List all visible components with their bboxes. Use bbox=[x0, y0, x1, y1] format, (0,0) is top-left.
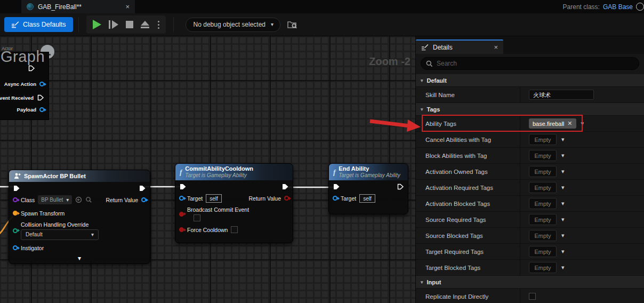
chevron-down-icon[interactable]: ▾ bbox=[561, 152, 565, 159]
parent-class-link[interactable]: GAB Base bbox=[603, 3, 633, 11]
property-value: Empty▾ bbox=[520, 212, 644, 227]
exec-out-pin[interactable] bbox=[281, 183, 289, 190]
tag-container-button[interactable]: Empty bbox=[529, 182, 557, 193]
tag-container-button[interactable]: Empty bbox=[529, 166, 557, 177]
node-header[interactable]: SpawnActor BP Bullet bbox=[9, 170, 150, 182]
asset-tab-title: GAB_FireBall** bbox=[38, 3, 121, 11]
section-header-default[interactable]: ▾Default bbox=[416, 74, 644, 87]
tag-container-button[interactable]: Empty bbox=[529, 230, 557, 241]
target-pin[interactable] bbox=[179, 196, 184, 201]
pin-label: Target bbox=[341, 195, 356, 202]
details-tab[interactable]: Details × bbox=[416, 39, 503, 54]
target-pin[interactable] bbox=[333, 196, 337, 201]
target-self-field[interactable]: self bbox=[359, 194, 375, 203]
chevron-down-icon[interactable]: ▾ bbox=[561, 136, 565, 143]
collision-handling-value: Default bbox=[26, 232, 43, 237]
blueprint-graph-canvas[interactable]: Async Action Event Received Payload Acto… bbox=[0, 36, 415, 303]
tag-container-button[interactable]: Empty bbox=[529, 246, 557, 257]
tag-container-button[interactable]: Empty bbox=[529, 150, 557, 161]
browse-parent-class-icon[interactable] bbox=[636, 3, 644, 11]
node-end-ability[interactable]: f End Ability Target is Gameplay Ability… bbox=[328, 163, 408, 214]
property-value: Empty▾ bbox=[520, 196, 644, 211]
exec-in-pin[interactable] bbox=[13, 185, 20, 192]
broadcast-commit-event-checkbox[interactable] bbox=[194, 214, 200, 221]
graph-title-watermark: Graph bbox=[1, 48, 45, 66]
pin-label: Return Value bbox=[248, 195, 281, 202]
browse-debug-object-icon[interactable] bbox=[287, 20, 297, 29]
text-field[interactable]: 火球术 bbox=[529, 90, 594, 100]
exec-in-pin[interactable] bbox=[333, 183, 340, 190]
pin-label: Force Cooldown bbox=[187, 227, 228, 233]
details-search-box[interactable] bbox=[421, 57, 639, 70]
pin-row-async-action[interactable]: Async Action bbox=[4, 81, 44, 87]
section-header-tags[interactable]: ▾Tags bbox=[416, 103, 644, 116]
pin-row-payload[interactable]: Payload bbox=[17, 107, 44, 113]
remove-tag-icon[interactable]: ✕ bbox=[567, 120, 572, 127]
asset-tab-gab-fireball[interactable]: GAB_FireBall** × bbox=[21, 0, 135, 13]
chevron-down-icon: ▾ bbox=[66, 197, 69, 203]
chevron-down-icon[interactable]: ▾ bbox=[561, 184, 565, 191]
class-select-dropdown[interactable]: BP Bullet ▾ bbox=[38, 195, 72, 204]
pin-label: Broadcast Commit Event bbox=[187, 206, 249, 213]
property-label: Activation Required Tags bbox=[416, 180, 520, 195]
broadcast-commit-event-pin[interactable] bbox=[179, 212, 184, 217]
spawn-transform-pin[interactable] bbox=[13, 211, 18, 216]
details-row: Target Blocked TagsEmpty▾ bbox=[416, 260, 644, 276]
class-pin[interactable] bbox=[13, 197, 18, 202]
exec-in-pin[interactable] bbox=[179, 183, 187, 190]
chevron-down-icon[interactable]: ▾ bbox=[561, 248, 565, 255]
close-tab-icon[interactable]: × bbox=[125, 3, 130, 11]
details-row: Skill Name火球术 bbox=[416, 87, 644, 103]
play-options-kebab-icon[interactable] bbox=[157, 21, 159, 29]
tag-container-button[interactable]: Empty bbox=[529, 198, 557, 209]
chevron-down-icon[interactable]: ▾ bbox=[561, 200, 565, 207]
exec-out-pin[interactable] bbox=[139, 185, 146, 192]
collision-handling-pin[interactable] bbox=[13, 228, 18, 233]
exec-out-pin[interactable] bbox=[397, 183, 404, 190]
pin-row-event-received[interactable]: Event Received bbox=[0, 94, 44, 101]
browse-class-icon[interactable] bbox=[85, 196, 92, 203]
debug-object-dropdown[interactable]: No debug object selected ▾ bbox=[186, 18, 280, 32]
search-input[interactable] bbox=[437, 60, 634, 67]
event-received-exec-pin[interactable] bbox=[37, 94, 44, 101]
class-defaults-button[interactable]: Class Defaults bbox=[4, 17, 73, 32]
section-header-input[interactable]: ▾Input bbox=[416, 276, 644, 289]
chevron-down-icon[interactable]: ▾ bbox=[561, 264, 565, 271]
details-row: Block Abilities with TagEmpty▾ bbox=[416, 148, 644, 164]
chevron-down-icon[interactable]: ▾ bbox=[561, 216, 565, 223]
tag-container-button[interactable]: Empty bbox=[529, 134, 557, 145]
chevron-down-icon[interactable]: ▾ bbox=[581, 120, 584, 127]
chevron-down-icon[interactable]: ▾ bbox=[561, 168, 565, 175]
force-cooldown-checkbox[interactable] bbox=[231, 226, 238, 233]
chevron-down-icon[interactable]: ▾ bbox=[561, 232, 565, 239]
instigator-pin[interactable] bbox=[13, 245, 18, 250]
tag-container-button[interactable]: Empty bbox=[529, 214, 557, 225]
eject-icon[interactable] bbox=[141, 21, 149, 28]
collision-handling-dropdown[interactable]: Default ▾ bbox=[21, 229, 99, 240]
property-checkbox[interactable] bbox=[529, 293, 536, 300]
details-row: Ability Tagsbase.fireball✕▾ bbox=[416, 116, 644, 132]
close-details-icon[interactable]: × bbox=[494, 43, 498, 51]
tag-chip[interactable]: base.fireball✕ bbox=[529, 118, 576, 129]
return-value-pin[interactable] bbox=[141, 197, 146, 202]
tag-container-button[interactable]: Empty bbox=[529, 262, 557, 273]
async-action-pin[interactable] bbox=[39, 82, 44, 86]
stop-icon[interactable] bbox=[126, 21, 133, 28]
node-commit-ability-cooldown[interactable]: f CommitAbilityCooldown Target is Gamepl… bbox=[175, 163, 293, 243]
node-header[interactable]: f CommitAbilityCooldown Target is Gamepl… bbox=[175, 164, 293, 180]
exec-out-pin[interactable] bbox=[28, 65, 35, 72]
step-icon[interactable] bbox=[109, 20, 118, 29]
class-defaults-label: Class Defaults bbox=[23, 21, 66, 28]
node-spawnactor-bp-bullet[interactable]: SpawnActor BP Bullet Class BP Bullet ▾ bbox=[9, 170, 150, 264]
function-icon: f bbox=[180, 168, 182, 177]
use-selected-icon[interactable] bbox=[75, 196, 82, 203]
spawn-actor-icon bbox=[13, 172, 21, 180]
node-header[interactable]: f End Ability Target is Gameplay Ability bbox=[329, 164, 408, 180]
play-icon[interactable] bbox=[93, 20, 101, 29]
details-tab-row: Details × bbox=[416, 36, 644, 54]
target-self-field[interactable]: self bbox=[206, 194, 222, 203]
expand-advanced-pins-chevron-icon[interactable]: ▾ bbox=[9, 254, 150, 264]
payload-pin[interactable] bbox=[39, 107, 44, 112]
force-cooldown-pin[interactable] bbox=[179, 227, 184, 232]
return-value-pin[interactable] bbox=[284, 196, 289, 201]
